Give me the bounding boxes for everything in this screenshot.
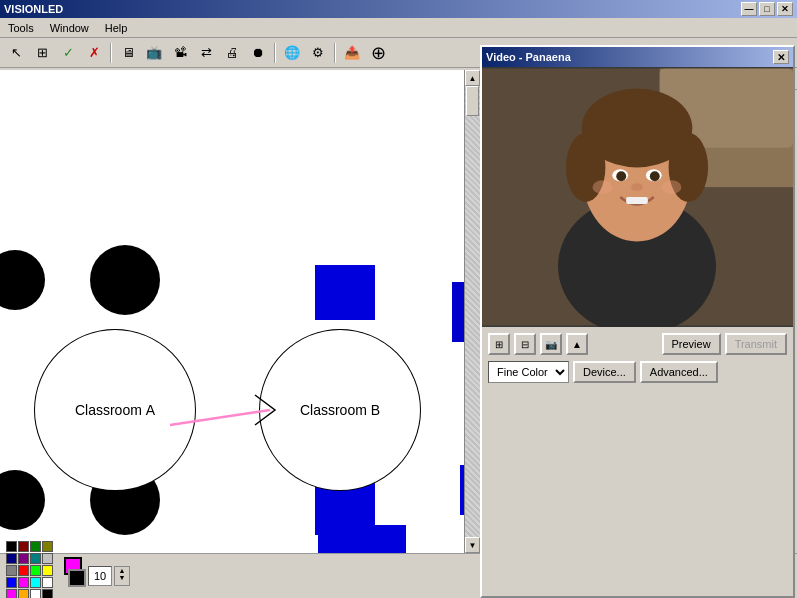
scroll-thumb[interactable] — [466, 86, 479, 116]
svg-point-15 — [662, 180, 682, 194]
color-lime[interactable] — [30, 565, 41, 576]
menu-bar: Tools Window Help — [0, 18, 797, 38]
video-btn-row-1: ⊞ ⊟ 📷 ▲ Preview Transmit — [488, 333, 787, 355]
scroll-up[interactable]: ▲ — [465, 70, 480, 86]
monitor-btn[interactable]: 🖥 — [116, 41, 140, 65]
video-close-button[interactable]: ✕ — [773, 50, 789, 64]
swap-btn[interactable]: ⇄ — [194, 41, 218, 65]
video-btn-camera[interactable]: 📷 — [540, 333, 562, 355]
color-maroon[interactable] — [18, 541, 29, 552]
svg-point-16 — [631, 183, 643, 191]
color-fuchsia[interactable] — [6, 589, 17, 599]
advanced-button[interactable]: Advanced... — [640, 361, 718, 383]
add-btn[interactable]: ⊕ — [366, 41, 390, 65]
color-silver[interactable] — [42, 553, 53, 564]
app-title: VISIONLED — [4, 3, 63, 15]
svg-point-11 — [616, 171, 626, 181]
select-tool-btn[interactable]: ↖ — [4, 41, 28, 65]
thickness-down-arrow[interactable]: ▼ — [115, 574, 129, 581]
scroll-track[interactable] — [465, 86, 480, 537]
preview-button[interactable]: Preview — [662, 333, 721, 355]
color-magenta[interactable] — [18, 577, 29, 588]
color-palette — [6, 541, 58, 599]
color-purple[interactable] — [18, 553, 29, 564]
title-bar: VISIONLED — □ ✕ — [0, 0, 797, 18]
quality-select[interactable]: Fine Color — [488, 361, 569, 383]
print-btn[interactable]: 🖨 — [220, 41, 244, 65]
video-title-bar: Video - Panaena ✕ — [482, 47, 793, 67]
svg-rect-13 — [626, 197, 648, 204]
maximize-button[interactable]: □ — [759, 2, 775, 16]
video-title: Video - Panaena — [486, 51, 571, 63]
blue-scroll-indicator — [452, 282, 464, 342]
color-blue[interactable] — [6, 577, 17, 588]
record-btn[interactable]: ⏺ — [246, 41, 270, 65]
color-navy[interactable] — [6, 553, 17, 564]
color-red[interactable] — [18, 565, 29, 576]
close-button[interactable]: ✕ — [777, 2, 793, 16]
svg-point-12 — [650, 171, 660, 181]
main-canvas[interactable]: ▲ ▼ — [0, 70, 480, 553]
color-green[interactable] — [30, 541, 41, 552]
transmit-button[interactable]: Transmit — [725, 333, 787, 355]
scroll-down[interactable]: ▼ — [465, 537, 480, 553]
svg-point-14 — [593, 180, 613, 194]
minimize-button[interactable]: — — [741, 2, 757, 16]
scrollbar[interactable]: ▲ ▼ — [464, 70, 480, 553]
menu-help[interactable]: Help — [101, 21, 132, 35]
thickness-control: 10 ▲ ▼ — [88, 566, 130, 586]
thickness-dropdown[interactable]: ▲ ▼ — [114, 566, 130, 586]
menu-tools[interactable]: Tools — [4, 21, 38, 35]
export-btn[interactable]: 📤 — [340, 41, 364, 65]
display-btn[interactable]: 📺 — [142, 41, 166, 65]
thickness-value: 10 — [88, 566, 112, 586]
device-button[interactable]: Device... — [573, 361, 636, 383]
selected-color-area — [64, 557, 82, 595]
title-bar-buttons: — □ ✕ — [741, 2, 793, 16]
video-panel: Video - Panaena ✕ — [480, 45, 795, 598]
video-controls: ⊞ ⊟ 📷 ▲ Preview Transmit Fine Color Devi… — [482, 327, 793, 389]
settings-btn[interactable]: ⚙ — [306, 41, 330, 65]
video-btn-minus[interactable]: ⊟ — [514, 333, 536, 355]
video-btn-grid[interactable]: ⊞ — [488, 333, 510, 355]
color-gray[interactable] — [6, 565, 17, 576]
video-btn-row-2: Fine Color Device... Advanced... — [488, 361, 787, 383]
color-yellow[interactable] — [42, 565, 53, 576]
sep2 — [274, 43, 276, 63]
color-teal[interactable] — [30, 553, 41, 564]
color-olive[interactable] — [42, 541, 53, 552]
thickness-up-arrow[interactable]: ▲ — [115, 567, 129, 574]
color-white2[interactable] — [30, 589, 41, 599]
color-cyan[interactable] — [30, 577, 41, 588]
media-btn[interactable]: 📽 — [168, 41, 192, 65]
video-feed — [482, 67, 793, 327]
color-black[interactable] — [6, 541, 17, 552]
color-black2[interactable] — [42, 589, 53, 599]
cross-btn[interactable]: ✗ — [82, 41, 106, 65]
video-btn-up[interactable]: ▲ — [566, 333, 588, 355]
background-color[interactable] — [68, 569, 86, 587]
video-stream — [482, 67, 793, 327]
web-btn[interactable]: 🌐 — [280, 41, 304, 65]
menu-window[interactable]: Window — [46, 21, 93, 35]
sep1 — [110, 43, 112, 63]
sep3 — [334, 43, 336, 63]
check-btn[interactable]: ✓ — [56, 41, 80, 65]
multi-select-btn[interactable]: ⊞ — [30, 41, 54, 65]
color-orange[interactable] — [18, 589, 29, 599]
color-white[interactable] — [42, 577, 53, 588]
